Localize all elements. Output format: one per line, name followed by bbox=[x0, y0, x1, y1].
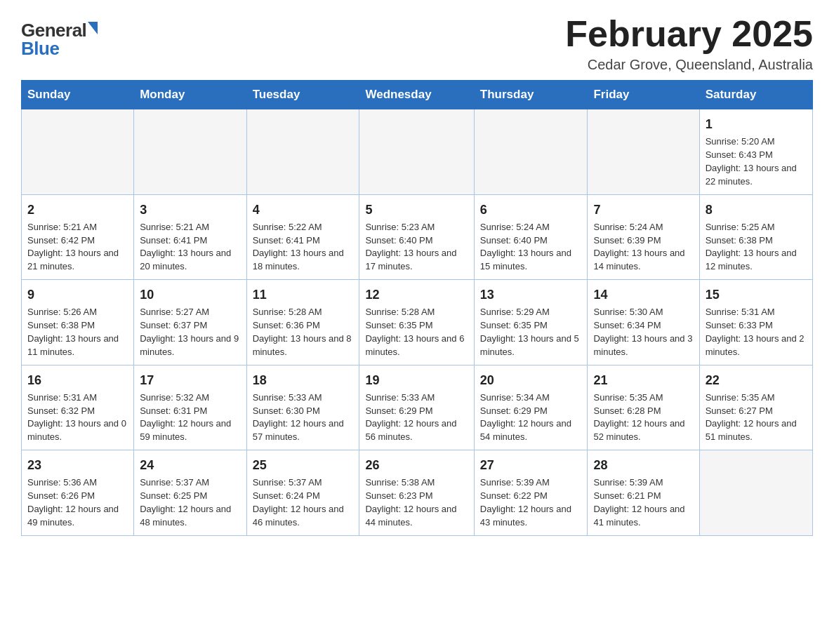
day-info: Sunrise: 5:24 AMSunset: 6:40 PMDaylight:… bbox=[480, 221, 582, 274]
header: General Blue February 2025 Cedar Grove, … bbox=[21, 14, 813, 73]
table-row: 15Sunrise: 5:31 AMSunset: 6:33 PMDayligh… bbox=[699, 280, 812, 365]
day-info: Sunrise: 5:21 AMSunset: 6:42 PMDaylight:… bbox=[27, 221, 128, 274]
table-row bbox=[246, 109, 359, 194]
col-thursday: Thursday bbox=[474, 81, 588, 109]
day-info: Sunrise: 5:31 AMSunset: 6:33 PMDaylight:… bbox=[706, 306, 807, 358]
day-number: 3 bbox=[140, 201, 240, 219]
day-info: Sunrise: 5:22 AMSunset: 6:41 PMDaylight:… bbox=[253, 221, 354, 274]
day-number: 21 bbox=[593, 371, 693, 389]
day-number: 24 bbox=[140, 456, 240, 474]
day-info: Sunrise: 5:36 AMSunset: 6:26 PMDaylight:… bbox=[27, 476, 128, 529]
table-row: 21Sunrise: 5:35 AMSunset: 6:28 PMDayligh… bbox=[588, 365, 699, 450]
day-number: 23 bbox=[27, 456, 128, 474]
table-row: 25Sunrise: 5:37 AMSunset: 6:24 PMDayligh… bbox=[246, 450, 359, 535]
logo-general: General bbox=[21, 21, 86, 39]
day-number: 8 bbox=[706, 201, 807, 219]
table-row: 10Sunrise: 5:27 AMSunset: 6:37 PMDayligh… bbox=[134, 280, 246, 365]
day-number: 18 bbox=[253, 371, 354, 389]
table-row: 4Sunrise: 5:22 AMSunset: 6:41 PMDaylight… bbox=[246, 194, 359, 279]
day-number: 7 bbox=[593, 201, 693, 219]
day-info: Sunrise: 5:39 AMSunset: 6:22 PMDaylight:… bbox=[480, 476, 582, 529]
day-number: 14 bbox=[593, 286, 693, 304]
calendar-table: Sunday Monday Tuesday Wednesday Thursday… bbox=[21, 80, 813, 535]
day-info: Sunrise: 5:24 AMSunset: 6:39 PMDaylight:… bbox=[593, 221, 693, 274]
table-row: 12Sunrise: 5:28 AMSunset: 6:35 PMDayligh… bbox=[359, 280, 474, 365]
table-row: 13Sunrise: 5:29 AMSunset: 6:35 PMDayligh… bbox=[474, 280, 588, 365]
day-number: 2 bbox=[27, 201, 128, 219]
day-info: Sunrise: 5:37 AMSunset: 6:24 PMDaylight:… bbox=[253, 476, 354, 529]
day-info: Sunrise: 5:20 AMSunset: 6:43 PMDaylight:… bbox=[706, 135, 807, 188]
logo-arrow-icon bbox=[88, 22, 98, 34]
table-row: 9Sunrise: 5:26 AMSunset: 6:38 PMDaylight… bbox=[22, 280, 134, 365]
day-info: Sunrise: 5:21 AMSunset: 6:41 PMDaylight:… bbox=[140, 221, 240, 274]
day-info: Sunrise: 5:27 AMSunset: 6:37 PMDaylight:… bbox=[140, 306, 240, 358]
day-number: 26 bbox=[365, 456, 468, 474]
table-row: 22Sunrise: 5:35 AMSunset: 6:27 PMDayligh… bbox=[699, 365, 812, 450]
day-info: Sunrise: 5:35 AMSunset: 6:28 PMDaylight:… bbox=[593, 391, 693, 444]
col-tuesday: Tuesday bbox=[246, 81, 359, 109]
table-row bbox=[22, 109, 134, 194]
day-info: Sunrise: 5:38 AMSunset: 6:23 PMDaylight:… bbox=[365, 476, 468, 529]
day-number: 5 bbox=[365, 201, 468, 219]
table-row: 24Sunrise: 5:37 AMSunset: 6:25 PMDayligh… bbox=[134, 450, 246, 535]
day-number: 27 bbox=[480, 456, 582, 474]
title-block: February 2025 Cedar Grove, Queensland, A… bbox=[565, 14, 813, 73]
day-number: 15 bbox=[706, 286, 807, 304]
table-row: 20Sunrise: 5:34 AMSunset: 6:29 PMDayligh… bbox=[474, 365, 588, 450]
day-number: 19 bbox=[365, 371, 468, 389]
table-row: 6Sunrise: 5:24 AMSunset: 6:40 PMDaylight… bbox=[474, 194, 588, 279]
table-row: 28Sunrise: 5:39 AMSunset: 6:21 PMDayligh… bbox=[588, 450, 699, 535]
table-row: 7Sunrise: 5:24 AMSunset: 6:39 PMDaylight… bbox=[588, 194, 699, 279]
table-row: 2Sunrise: 5:21 AMSunset: 6:42 PMDaylight… bbox=[22, 194, 134, 279]
day-info: Sunrise: 5:28 AMSunset: 6:35 PMDaylight:… bbox=[365, 306, 468, 358]
table-row: 5Sunrise: 5:23 AMSunset: 6:40 PMDaylight… bbox=[359, 194, 474, 279]
day-number: 17 bbox=[140, 371, 240, 389]
location: Cedar Grove, Queensland, Australia bbox=[565, 57, 813, 73]
day-number: 25 bbox=[253, 456, 354, 474]
day-number: 10 bbox=[140, 286, 240, 304]
table-row: 11Sunrise: 5:28 AMSunset: 6:36 PMDayligh… bbox=[246, 280, 359, 365]
day-info: Sunrise: 5:37 AMSunset: 6:25 PMDaylight:… bbox=[140, 476, 240, 529]
day-number: 11 bbox=[253, 286, 354, 304]
calendar-week-row: 9Sunrise: 5:26 AMSunset: 6:38 PMDaylight… bbox=[22, 280, 813, 365]
table-row: 14Sunrise: 5:30 AMSunset: 6:34 PMDayligh… bbox=[588, 280, 699, 365]
day-number: 6 bbox=[480, 201, 582, 219]
table-row: 27Sunrise: 5:39 AMSunset: 6:22 PMDayligh… bbox=[474, 450, 588, 535]
calendar-week-row: 16Sunrise: 5:31 AMSunset: 6:32 PMDayligh… bbox=[22, 365, 813, 450]
calendar-week-row: 23Sunrise: 5:36 AMSunset: 6:26 PMDayligh… bbox=[22, 450, 813, 535]
table-row bbox=[588, 109, 699, 194]
day-info: Sunrise: 5:25 AMSunset: 6:38 PMDaylight:… bbox=[706, 221, 807, 274]
day-number: 20 bbox=[480, 371, 582, 389]
calendar-header-row: Sunday Monday Tuesday Wednesday Thursday… bbox=[22, 81, 813, 109]
table-row: 17Sunrise: 5:32 AMSunset: 6:31 PMDayligh… bbox=[134, 365, 246, 450]
day-info: Sunrise: 5:39 AMSunset: 6:21 PMDaylight:… bbox=[593, 476, 693, 529]
table-row: 16Sunrise: 5:31 AMSunset: 6:32 PMDayligh… bbox=[22, 365, 134, 450]
calendar-week-row: 1Sunrise: 5:20 AMSunset: 6:43 PMDaylight… bbox=[22, 109, 813, 194]
day-info: Sunrise: 5:31 AMSunset: 6:32 PMDaylight:… bbox=[27, 391, 128, 444]
table-row: 19Sunrise: 5:33 AMSunset: 6:29 PMDayligh… bbox=[359, 365, 474, 450]
day-info: Sunrise: 5:35 AMSunset: 6:27 PMDaylight:… bbox=[706, 391, 807, 444]
col-friday: Friday bbox=[588, 81, 699, 109]
day-info: Sunrise: 5:32 AMSunset: 6:31 PMDaylight:… bbox=[140, 391, 240, 444]
day-number: 4 bbox=[253, 201, 354, 219]
day-number: 1 bbox=[706, 115, 807, 133]
col-wednesday: Wednesday bbox=[359, 81, 474, 109]
day-number: 16 bbox=[27, 371, 128, 389]
table-row bbox=[699, 450, 812, 535]
day-info: Sunrise: 5:33 AMSunset: 6:29 PMDaylight:… bbox=[365, 391, 468, 444]
day-info: Sunrise: 5:34 AMSunset: 6:29 PMDaylight:… bbox=[480, 391, 582, 444]
table-row bbox=[474, 109, 588, 194]
col-sunday: Sunday bbox=[22, 81, 134, 109]
table-row: 1Sunrise: 5:20 AMSunset: 6:43 PMDaylight… bbox=[699, 109, 812, 194]
day-info: Sunrise: 5:23 AMSunset: 6:40 PMDaylight:… bbox=[365, 221, 468, 274]
logo-blue: Blue bbox=[21, 39, 59, 58]
day-number: 13 bbox=[480, 286, 582, 304]
day-info: Sunrise: 5:26 AMSunset: 6:38 PMDaylight:… bbox=[27, 306, 128, 358]
day-info: Sunrise: 5:29 AMSunset: 6:35 PMDaylight:… bbox=[480, 306, 582, 358]
day-info: Sunrise: 5:28 AMSunset: 6:36 PMDaylight:… bbox=[253, 306, 354, 358]
month-title: February 2025 bbox=[565, 14, 813, 54]
col-saturday: Saturday bbox=[699, 81, 812, 109]
table-row: 23Sunrise: 5:36 AMSunset: 6:26 PMDayligh… bbox=[22, 450, 134, 535]
day-info: Sunrise: 5:33 AMSunset: 6:30 PMDaylight:… bbox=[253, 391, 354, 444]
day-number: 28 bbox=[593, 456, 693, 474]
